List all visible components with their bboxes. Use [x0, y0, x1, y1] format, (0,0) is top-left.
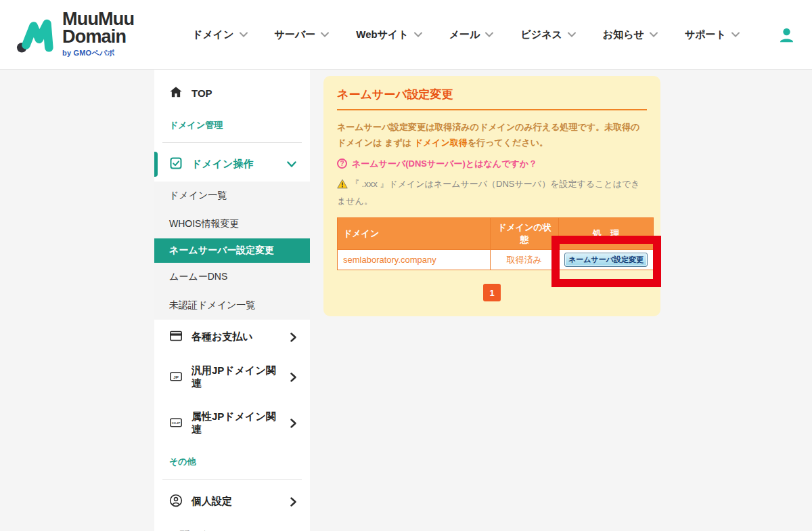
main-nav: ドメイン サーバー Webサイト メール ビジネス お知らせ サポート — [192, 28, 740, 41]
table-header-action: 処 理 — [558, 218, 653, 250]
sidebar-item-domain-ops[interactable]: ドメイン操作 — [154, 147, 310, 182]
sidebar-item-unverified-domains[interactable]: 未認証ドメイン一覧 — [154, 291, 310, 320]
nav-label: ビジネス — [520, 28, 562, 41]
nav-label: サーバー — [275, 28, 316, 41]
account-icon[interactable] — [777, 26, 796, 44]
nav-item-domain[interactable]: ドメイン — [192, 28, 247, 41]
sidebar-item-generic-jp[interactable]: JP 汎用JPドメイン関連 — [154, 354, 310, 400]
chevron-down-icon — [321, 32, 329, 37]
nameserver-change-button[interactable]: ネームサーバ設定変更 — [564, 253, 648, 267]
sidebar-item-attribute-jp[interactable]: CO.JP 属性JPドメイン関連 — [154, 400, 310, 446]
cojp-badge-icon: CO.JP — [169, 417, 183, 431]
domain-acquire-link[interactable]: ドメイン取得 — [414, 137, 468, 148]
chevron-right-icon — [290, 419, 296, 428]
brand-byline: by GMOペパボ — [62, 48, 134, 58]
sidebar-item-label: 属性JPドメイン関連 — [191, 410, 281, 436]
intro-after: を行ってください。 — [468, 137, 548, 148]
nav-item-support[interactable]: サポート — [685, 28, 740, 41]
question-icon: ? — [337, 158, 347, 169]
sidebar-item-payments[interactable]: 各種お支払い — [154, 320, 310, 354]
nav-label: サポート — [685, 28, 726, 41]
brand-name-line2: Domain — [62, 28, 134, 46]
nav-label: Webサイト — [356, 28, 408, 41]
jp-badge-icon: JP — [169, 370, 183, 385]
sidebar-item-label: 各種お支払い — [191, 331, 253, 343]
faq-link-label: ネームサーバ(DNSサーバー)とはなんですか？ — [352, 158, 537, 170]
title-divider — [337, 109, 647, 110]
chevron-right-icon — [290, 373, 296, 382]
warning-label: 『 .xxx 』ドメインはネームサーバ（DNSサーバ）を設定することはできません… — [337, 179, 640, 207]
divider — [162, 142, 302, 143]
chevron-down-icon — [287, 161, 296, 167]
header: MuuMuu Domain by GMOペパボ ドメイン サーバー Webサイト… — [0, 0, 812, 70]
sidebar-section-other-label: その他 — [154, 446, 310, 475]
cell-status: 取得済み — [490, 250, 558, 270]
nav-item-server[interactable]: サーバー — [275, 28, 330, 41]
chevron-down-icon — [568, 32, 576, 37]
chevron-down-icon — [240, 32, 248, 37]
table-header-domain: ドメイン — [338, 218, 491, 250]
intro-text: ネームサーバ設定変更は取得済みのドメインのみ行える処理です。未取得のドメインは … — [337, 120, 647, 151]
svg-text:CO.JP: CO.JP — [172, 421, 181, 424]
active-accent-bar — [154, 152, 158, 177]
chevron-right-icon — [290, 333, 296, 342]
sidebar-item-label: 汎用JPドメイン関連 — [191, 364, 281, 390]
sidebar: TOP ドメイン管理 ドメイン操作 ドメイン一覧 WHOIS情報変更 ネームサー… — [154, 70, 310, 531]
sidebar-item-muumuu-dns[interactable]: ムームーDNS — [154, 263, 310, 291]
credit-card-icon — [169, 330, 183, 344]
chevron-down-icon — [485, 32, 493, 37]
nav-label: ドメイン — [192, 28, 233, 41]
cell-action: ネームサーバ設定変更 — [558, 250, 653, 270]
main-panel: ネームサーバ設定変更 ネームサーバ設定変更は取得済みのドメインのみ行える処理です… — [323, 76, 660, 316]
chevron-down-icon — [414, 32, 422, 37]
sidebar-item-nameserver-change[interactable]: ネームサーバー設定変更 — [154, 238, 310, 263]
chevron-down-icon — [650, 32, 658, 37]
page-number-1[interactable]: 1 — [483, 284, 501, 301]
nav-item-news[interactable]: お知らせ — [603, 28, 658, 41]
sidebar-item-personal-settings[interactable]: 個人設定 — [154, 484, 310, 519]
nav-item-website[interactable]: Webサイト — [356, 28, 422, 41]
home-icon — [169, 86, 183, 100]
table-header-status: ドメインの状態 — [490, 218, 558, 250]
sidebar-item-contact[interactable]: お問い合わせ — [154, 519, 310, 531]
brand-logo[interactable]: MuuMuu Domain by GMOペパボ — [16, 11, 134, 58]
sidebar-item-label: ドメイン操作 — [191, 158, 253, 171]
chevron-right-icon — [290, 497, 296, 507]
sidebar-item-top[interactable]: TOP — [154, 70, 310, 110]
table-row: semlaboratory.company 取得済み ネームサーバ設定変更 — [338, 250, 654, 270]
nav-item-mail[interactable]: メール — [449, 28, 494, 41]
chevron-down-icon — [731, 32, 740, 37]
cell-domain: semlaboratory.company — [338, 250, 491, 270]
nav-label: メール — [449, 28, 480, 41]
sidebar-submenu: ドメイン一覧 WHOIS情報変更 ネームサーバー設定変更 ムームーDNS 未認証… — [154, 182, 310, 320]
table-header-row: ドメイン ドメインの状態 処 理 — [338, 218, 654, 250]
sidebar-item-label: 個人設定 — [191, 495, 232, 508]
sidebar-item-domain-list[interactable]: ドメイン一覧 — [154, 182, 310, 210]
sidebar-top-label: TOP — [191, 87, 212, 99]
sidebar-item-whois[interactable]: WHOIS情報変更 — [154, 210, 310, 238]
domain-table: ドメイン ドメインの状態 処 理 semlaboratory.company 取… — [337, 217, 654, 270]
sidebar-section-domain-label: ドメイン管理 — [154, 110, 310, 138]
pagination: 1 — [337, 284, 647, 301]
page-title: ネームサーバ設定変更 — [337, 87, 647, 102]
warning-icon — [337, 181, 348, 191]
nav-item-business[interactable]: ビジネス — [520, 28, 575, 41]
nav-label: お知らせ — [603, 28, 644, 41]
svg-text:JP: JP — [173, 374, 179, 379]
checkbox-icon — [169, 156, 183, 172]
brand-name-line1: MuuMuu — [62, 11, 134, 28]
brand-mark-icon — [16, 15, 55, 54]
divider — [162, 479, 302, 480]
faq-link[interactable]: ? ネームサーバ(DNSサーバー)とはなんですか？ — [337, 158, 647, 170]
person-icon — [169, 494, 183, 509]
warning-text: 『 .xxx 』ドメインはネームサーバ（DNSサーバ）を設定することはできません… — [337, 177, 647, 210]
